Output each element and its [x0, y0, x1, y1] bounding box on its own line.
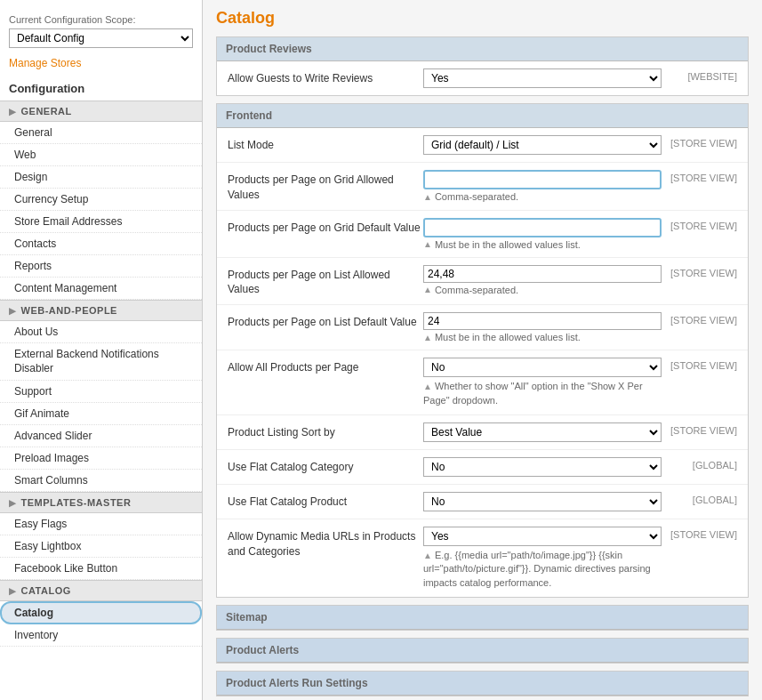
scope-grid-default: [STORE VIEW]	[662, 218, 737, 231]
select-flat-category[interactable]: No Yes	[423, 457, 662, 477]
label-list-mode: List Mode	[228, 135, 423, 153]
row-grid-default: Products per Page on Grid Default Value …	[217, 211, 748, 258]
nav-item-currency-setup[interactable]: Currency Setup	[0, 189, 202, 211]
control-list-default: ▲ Must be in the allowed values list.	[423, 312, 662, 342]
nav-item-support[interactable]: Support	[0, 381, 202, 403]
nav-item-about-us[interactable]: About Us	[0, 321, 202, 343]
sidebar: Current Configuration Scope: Default Con…	[0, 0, 203, 700]
control-grid-default: ▲ Must be in the allowed values list.	[423, 218, 662, 250]
row-dynamic-urls: Allow Dynamic Media URLs in Products and…	[217, 519, 748, 597]
hint-icon: ▲	[423, 192, 432, 202]
section-frontend-body: List Mode Grid (default) / List Grid Onl…	[217, 128, 748, 597]
section-product-reviews-header[interactable]: Product Reviews	[217, 37, 748, 61]
scope-dynamic-urls: [STORE VIEW]	[662, 527, 737, 540]
nav-group-catalog[interactable]: ▶ CATALOG	[0, 580, 202, 601]
label-sort-by: Product Listing Sort by	[228, 422, 423, 440]
row-all-products: Allow All Products per Page No Yes ▲ Whe…	[217, 350, 748, 415]
input-grid-allowed[interactable]	[423, 170, 662, 189]
control-flat-category: No Yes	[423, 457, 662, 477]
nav-group-web-people[interactable]: ▶ WEB-AND-PEOPLE	[0, 300, 202, 321]
nav-item-gif-animate[interactable]: Gif Animate	[0, 403, 202, 425]
row-list-allowed: Products per Page on List Allowed Values…	[217, 258, 748, 306]
hint-all-products: ▲ Whether to show "All" option in the "S…	[423, 380, 662, 407]
nav-item-reports[interactable]: Reports	[0, 255, 202, 278]
nav-item-advanced-slider[interactable]: Advanced Slider	[0, 425, 202, 447]
select-all-products[interactable]: No Yes	[423, 358, 662, 377]
scope-flat-product: [GLOBAL]	[662, 492, 737, 505]
hint-list-default: ▲ Must be in the allowed values list.	[423, 332, 662, 342]
control-sort-by: Best Value Name Price	[423, 422, 662, 442]
scope-all-products: [STORE VIEW]	[662, 358, 737, 371]
select-flat-product[interactable]: No Yes	[423, 492, 662, 511]
scope-list-mode: [STORE VIEW]	[662, 135, 737, 149]
row-flat-category: Use Flat Catalog Category No Yes [GLOBAL…	[217, 450, 748, 485]
hint-grid-allowed: ▲ Comma-separated.	[423, 191, 662, 202]
nav-item-catalog[interactable]: Catalog	[0, 601, 202, 624]
scope-list-default: [STORE VIEW]	[662, 312, 737, 326]
label-flat-product: Use Flat Catalog Product	[228, 492, 423, 510]
nav-item-web[interactable]: Web	[0, 144, 202, 166]
nav-group-templates[interactable]: ▶ TEMPLATES-MASTER	[0, 492, 202, 513]
nav-item-contacts[interactable]: Contacts	[0, 233, 202, 255]
scope-allow-guests: [WEBSITE]	[662, 68, 737, 82]
section-frontend: Frontend List Mode Grid (default) / List…	[216, 103, 749, 598]
label-grid-default: Products per Page on Grid Default Value	[228, 218, 423, 236]
label-all-products: Allow All Products per Page	[228, 358, 423, 375]
page-title: Catalog	[216, 9, 749, 28]
main-content: Catalog Product Reviews Allow Guests to …	[203, 0, 762, 700]
nav-item-easy-flags[interactable]: Easy Flags	[0, 513, 202, 535]
hint-icon-3: ▲	[423, 285, 432, 294]
control-all-products: No Yes ▲ Whether to show "All" option in…	[423, 358, 662, 407]
nav-item-preload-images[interactable]: Preload Images	[0, 447, 202, 470]
section-sitemap: Sitemap	[216, 605, 749, 631]
label-allow-guests: Allow Guests to Write Reviews	[228, 68, 423, 86]
nav-item-facebook-like[interactable]: Facebook Like Button	[0, 558, 202, 580]
nav-item-inventory[interactable]: Inventory	[0, 624, 202, 647]
row-sort-by: Product Listing Sort by Best Value Name …	[217, 415, 748, 450]
select-list-mode[interactable]: Grid (default) / List Grid Only List Onl…	[423, 135, 662, 155]
arrow-icon-web: ▶	[9, 306, 17, 316]
scope-flat-category: [GLOBAL]	[662, 457, 737, 471]
input-list-allowed[interactable]	[423, 265, 662, 283]
label-grid-allowed: Products per Page on Grid Allowed Values	[228, 170, 423, 203]
row-flat-product: Use Flat Catalog Product No Yes [GLOBAL]	[217, 485, 748, 519]
section-product-alerts-run-header[interactable]: Product Alerts Run Settings	[217, 672, 748, 696]
hint-icon-2: ▲	[423, 239, 432, 249]
nav-item-general[interactable]: General	[0, 122, 202, 144]
hint-list-allowed: ▲ Comma-separated.	[423, 285, 662, 295]
nav-group-general[interactable]: ▶ GENERAL	[0, 101, 202, 122]
section-product-reviews-body: Allow Guests to Write Reviews Yes No [WE…	[217, 61, 748, 95]
nav-item-smart-columns[interactable]: Smart Columns	[0, 470, 202, 492]
control-flat-product: No Yes	[423, 492, 662, 511]
section-frontend-header[interactable]: Frontend	[217, 104, 748, 128]
input-list-default[interactable]	[423, 312, 662, 330]
config-title: Configuration	[0, 76, 202, 101]
section-product-alerts: Product Alerts	[216, 638, 749, 664]
control-list-mode: Grid (default) / List Grid Only List Onl…	[423, 135, 662, 155]
row-grid-allowed: Products per Page on Grid Allowed Values…	[217, 163, 748, 211]
control-list-allowed: ▲ Comma-separated.	[423, 265, 662, 295]
scope-select[interactable]: Default Config	[9, 28, 193, 48]
select-sort-by[interactable]: Best Value Name Price	[423, 422, 662, 442]
nav-item-ext-backend[interactable]: External Backend Notifications Disabler	[0, 343, 202, 381]
scope-grid-allowed: [STORE VIEW]	[662, 170, 737, 183]
nav-item-store-email[interactable]: Store Email Addresses	[0, 211, 202, 233]
section-sitemap-header[interactable]: Sitemap	[217, 606, 748, 630]
control-dynamic-urls: Yes No ▲ E.g. {{media url="path/to/image…	[423, 527, 662, 590]
control-allow-guests: Yes No	[423, 68, 662, 88]
nav-item-design[interactable]: Design	[0, 166, 202, 189]
input-grid-default[interactable]	[423, 218, 662, 237]
row-list-mode: List Mode Grid (default) / List Grid Onl…	[217, 128, 748, 163]
manage-stores-link[interactable]: Manage Stores	[0, 53, 202, 76]
arrow-icon-catalog: ▶	[9, 586, 17, 596]
arrow-icon: ▶	[9, 107, 17, 117]
select-dynamic-urls[interactable]: Yes No	[423, 527, 662, 546]
select-allow-guests[interactable]: Yes No	[423, 68, 662, 88]
row-list-default: Products per Page on List Default Value …	[217, 305, 748, 350]
label-list-allowed: Products per Page on List Allowed Values	[228, 265, 423, 298]
nav-item-easy-lightbox[interactable]: Easy Lightbox	[0, 535, 202, 558]
scope-section: Current Configuration Scope: Default Con…	[0, 7, 202, 53]
nav-item-content-management[interactable]: Content Management	[0, 278, 202, 300]
hint-dynamic-urls: ▲ E.g. {{media url="path/to/image.jpg"}}…	[423, 549, 662, 590]
section-product-alerts-header[interactable]: Product Alerts	[217, 639, 748, 663]
